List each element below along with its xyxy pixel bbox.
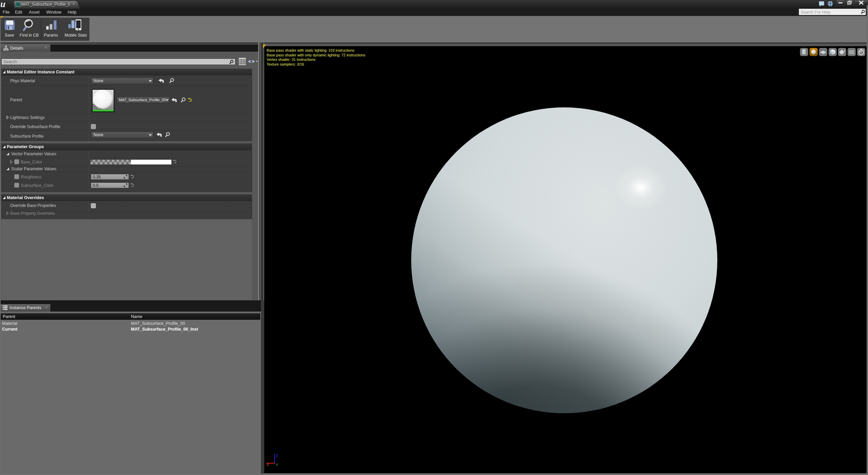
svg-text:Z: Z bbox=[276, 454, 278, 458]
svg-text:Y: Y bbox=[276, 463, 279, 467]
svg-text:X: X bbox=[266, 463, 269, 467]
